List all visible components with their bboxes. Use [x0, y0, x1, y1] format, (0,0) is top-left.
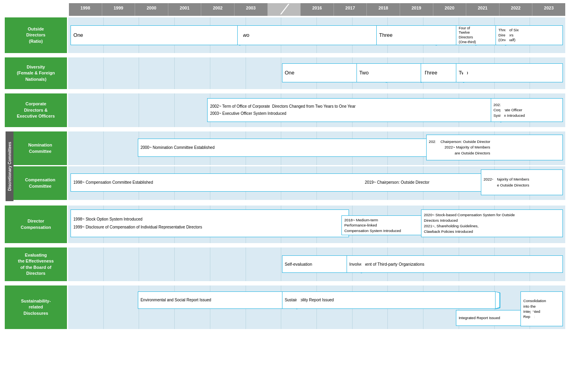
year-2003: 2003	[234, 3, 268, 16]
year-1999: 1999	[102, 3, 135, 16]
outside-directors-row: OutsideDirectors(Ratio) One Two Thre	[5, 17, 565, 54]
director-compensation-content: 1998~ Stock Option System Introduced 199…	[68, 206, 565, 243]
sustainability-content: Environmental and Social Report Issued S…	[68, 285, 565, 329]
corporate-directors-content: 2002~ Term of Office of Corporate Direct…	[68, 93, 565, 127]
year-2019: 2019	[400, 3, 433, 16]
director-compensation-label: DirectorCompensation	[5, 206, 68, 243]
corp-directors-main: 2002~ Term of Office of Corporate Direct…	[207, 98, 500, 122]
third-party: Involvement of Third-party Organizations	[347, 255, 563, 273]
corporate-directors-row: CorporateDirectors &Executive Officers 2…	[5, 93, 565, 128]
env-social-report: Environmental and Social Report Issued	[138, 291, 297, 309]
consolidation-box: Consolidationinto theIntegratedReport	[520, 291, 563, 326]
compensation-committee-row: CompensationCommittee 1998~ Compensation…	[13, 166, 565, 201]
nomination-content: 2000~ Nomination Committee Established 2…	[68, 131, 565, 165]
year-2022: 2022	[499, 3, 533, 16]
diversity-content: One Two Three Two	[68, 57, 565, 89]
year-2021: 2021	[466, 3, 499, 16]
discretionary-inner: NominationCommittee 2000~ Nomination Com…	[13, 131, 565, 201]
year-2023: 2023	[532, 3, 565, 16]
year-2018: 2018	[367, 3, 400, 16]
sustainability-label: Sustainability-relatedDisclosures	[5, 285, 68, 329]
compensation-content: 1998~ Compensation Committee Established…	[68, 166, 565, 200]
year-header-row: 1998 1999 2000 2001 2002 2003 ╱ 2016 201…	[69, 3, 565, 16]
corporate-directors-label: CorporateDirectors &Executive Officers	[5, 93, 68, 127]
sustainability-row: Sustainability-relatedDisclosures Enviro…	[5, 285, 565, 330]
year-2001: 2001	[168, 3, 202, 16]
year-2000: 2000	[135, 3, 168, 16]
diversity-row: Diversity(Female & ForeignNationals) One…	[5, 57, 565, 90]
discretionary-label: Discretionary Committees	[5, 131, 13, 201]
year-break: ╱	[268, 3, 301, 16]
director-compensation-row: DirectorCompensation 1998~ Stock Option …	[5, 206, 565, 244]
year-2002: 2002	[201, 3, 234, 16]
director-comp-main: 1998~ Stock Option System Introduced 199…	[71, 209, 349, 237]
nomination-label: NominationCommittee	[13, 131, 68, 165]
compensation-main: 1998~ Compensation Committee Established…	[71, 173, 493, 192]
evaluating-label: Evaluatingthe Effectivenessof the Board …	[5, 247, 68, 281]
director-comp-medium: 2018~ Medium-termPerformance-linkedCompe…	[341, 215, 431, 235]
nomination-committee-row: NominationCommittee 2000~ Nomination Com…	[13, 131, 565, 166]
nomination-main: 2000~ Nomination Committee Established	[138, 139, 436, 157]
year-1998: 1998	[69, 3, 102, 16]
discretionary-committees-section: Discretionary Committees NominationCommi…	[5, 131, 565, 202]
year-2020: 2020	[433, 3, 467, 16]
diversity-two-b: Two	[456, 63, 563, 82]
outside-directors-label: OutsideDirectors(Ratio)	[5, 17, 68, 53]
compensation-label: CompensationCommittee	[13, 166, 68, 200]
evaluating-content: Self-evaluation Involvement of Third-par…	[68, 247, 565, 281]
year-2016: 2016	[301, 3, 334, 16]
outside-directors-content: One Two Three Four ofTwelveDirectors(One…	[68, 17, 565, 53]
nomination-2021: 2021~ Chairperson: Outside Director2022~…	[426, 135, 563, 160]
timeline-wrapper: 1998 1999 2000 2001 2002 2003 ╱ 2016 201…	[0, 0, 570, 333]
evaluating-row: Evaluatingthe Effectivenessof the Board …	[5, 247, 565, 282]
integrated-report: Integrated Report Issued	[456, 310, 530, 326]
diversity-label: Diversity(Female & ForeignNationals)	[5, 57, 68, 89]
sustainability-report: Sustainability Report Issued	[282, 291, 496, 309]
outside-one: One	[71, 25, 240, 45]
director-comp-2020: 2020~ Stock-based Compensation System fo…	[421, 209, 563, 237]
year-2017: 2017	[334, 3, 367, 16]
